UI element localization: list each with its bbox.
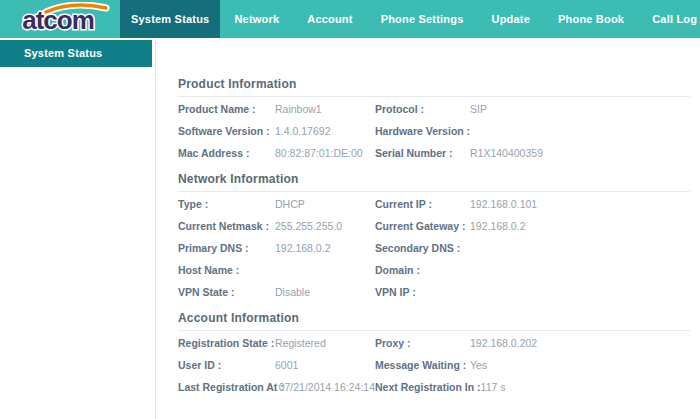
info-row: User ID :6001 Message Waiting :Yes: [178, 359, 690, 372]
field-value: SIP: [470, 103, 487, 116]
section-network-information: Network Information Type :DHCP Current I…: [178, 173, 690, 299]
field-label: Mac Address :: [178, 147, 275, 160]
info-row: Last Registration At :07/21/2014 16:24:1…: [178, 381, 690, 394]
atcom-logo[interactable]: atcom: [0, 0, 120, 38]
atcom-logo-icon: atcom: [0, 2, 120, 36]
section-title: Network Information: [178, 173, 690, 192]
field-label: Host Name :: [178, 264, 275, 277]
field-label: Message Waiting :: [375, 359, 470, 372]
field-value: 07/21/2014 16:24:14: [279, 381, 375, 394]
field-label: Current IP :: [375, 198, 470, 211]
field-value: Rainbow1: [275, 103, 322, 116]
nav-tab-update[interactable]: Update: [478, 0, 544, 38]
section-title: Product Information: [178, 78, 690, 97]
info-row: Product Name :Rainbow1 Protocol :SIP: [178, 103, 690, 116]
field-label: Product Name :: [178, 103, 275, 116]
field-label: User ID :: [178, 359, 275, 372]
info-row: Type :DHCP Current IP :192.168.0.101: [178, 198, 690, 211]
section-title: Account Information: [178, 312, 690, 331]
field-value: 255.255.255.0: [275, 220, 342, 233]
sidebar-item-system-status[interactable]: System Status: [0, 40, 152, 67]
field-label: VPN IP :: [375, 286, 470, 299]
field-label: Secondary DNS :: [375, 242, 470, 255]
field-value: 1.4.0.17692: [275, 125, 330, 138]
field-value: Yes: [470, 359, 487, 372]
field-label: Current Gateway :: [375, 220, 470, 233]
top-header: atcom System Status Network Account Phon…: [0, 0, 700, 38]
field-label: Current Netmask :: [178, 220, 275, 233]
field-value: 192.168.0.2: [470, 220, 525, 233]
field-label: Next Registration In :: [375, 381, 481, 394]
info-row: Current Netmask :255.255.255.0 Current G…: [178, 220, 690, 233]
field-value: 192.168.0.2: [275, 242, 330, 255]
nav-tab-account[interactable]: Account: [293, 0, 366, 38]
info-row: Software Version :1.4.0.17692 Hardware V…: [178, 125, 690, 138]
info-row: Mac Address :80:82:87:01:DE:00 Serial Nu…: [178, 147, 690, 160]
field-label: Hardware Version :: [375, 125, 470, 138]
field-value: 192.168.0.202: [470, 337, 537, 350]
field-label: VPN State :: [178, 286, 275, 299]
nav-tab-network[interactable]: Network: [220, 0, 293, 38]
field-value: Registered: [275, 337, 326, 350]
info-row: Registration State :Registered Proxy :19…: [178, 337, 690, 350]
info-row: VPN State :Disable VPN IP :: [178, 286, 690, 299]
field-value: 80:82:87:01:DE:00: [275, 147, 363, 160]
field-label: Registration State :: [178, 337, 275, 350]
nav-tab-phone-book[interactable]: Phone Book: [544, 0, 638, 38]
field-value: DHCP: [275, 198, 305, 211]
field-value: Disable: [275, 286, 310, 299]
section-product-information: Product Information Product Name :Rainbo…: [178, 78, 690, 160]
field-label: Software Version :: [178, 125, 275, 138]
field-label: Primary DNS :: [178, 242, 275, 255]
info-row: Primary DNS :192.168.0.2 Secondary DNS :: [178, 242, 690, 255]
section-account-information: Account Information Registration State :…: [178, 312, 690, 394]
field-value: 192.168.0.101: [470, 198, 537, 211]
field-label: Domain :: [375, 264, 470, 277]
nav-tab-call-log[interactable]: Call Log: [638, 0, 700, 38]
status-content: Product Information Product Name :Rainbo…: [155, 38, 700, 419]
field-label: Proxy :: [375, 337, 470, 350]
field-label: Protocol :: [375, 103, 470, 116]
nav-tab-phone-settings[interactable]: Phone Settings: [367, 0, 478, 38]
field-label: Serial Number :: [375, 147, 470, 160]
field-value: 6001: [275, 359, 298, 372]
nav-tab-system-status[interactable]: System Status: [120, 0, 220, 38]
field-label: Type :: [178, 198, 275, 211]
info-row: Host Name : Domain :: [178, 264, 690, 277]
field-value: 117 s: [481, 381, 506, 394]
field-label: Last Registration At :: [178, 381, 279, 394]
field-value: R1X140400359: [470, 147, 543, 160]
main-nav: System Status Network Account Phone Sett…: [120, 0, 700, 38]
